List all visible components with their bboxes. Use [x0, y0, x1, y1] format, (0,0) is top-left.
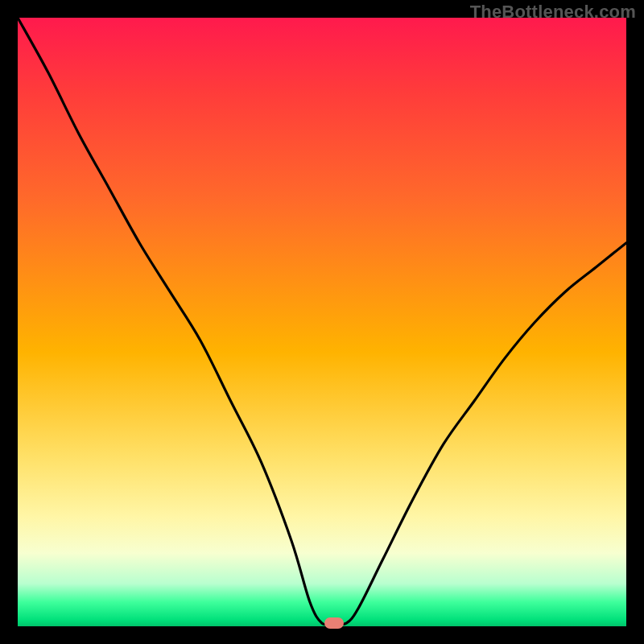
optimal-marker: [324, 617, 344, 629]
watermark-text: TheBottleneck.com: [470, 2, 636, 23]
chart-plot-area: [18, 18, 626, 626]
bottleneck-curve: [18, 18, 626, 626]
chart-frame: TheBottleneck.com: [0, 0, 644, 644]
